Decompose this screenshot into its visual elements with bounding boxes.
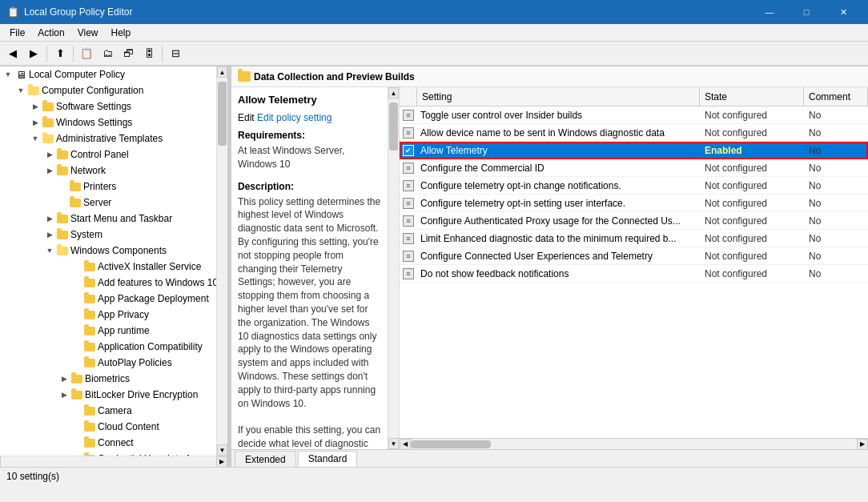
tree-item-software-settings[interactable]: ▶ Software Settings bbox=[0, 98, 216, 114]
toolbar-back[interactable]: ◀ bbox=[3, 44, 22, 63]
state-col-header[interactable]: State bbox=[700, 87, 804, 106]
setting-row-5[interactable]: ≡Configure telemetry opt-in setting user… bbox=[400, 195, 868, 212]
tree-item-printers[interactable]: Printers bbox=[0, 179, 216, 195]
toolbar-up[interactable]: ⬆ bbox=[50, 44, 70, 63]
setting-row-1[interactable]: ≡Allow device name to be sent in Windows… bbox=[400, 124, 868, 142]
tree-item-system[interactable]: ▶ System bbox=[0, 227, 216, 243]
desc-scroll-down[interactable]: ▼ bbox=[388, 438, 399, 449]
tree-label-cloud-content: Cloud Content bbox=[98, 421, 159, 432]
setting-icon-5: ≡ bbox=[403, 198, 414, 209]
tree-item-bitlocker[interactable]: ▶ BitLocker Drive Encryption bbox=[0, 387, 216, 403]
setting-state-6: Not configured bbox=[700, 215, 804, 227]
tree-item-add-features[interactable]: Add features to Windows 10 bbox=[0, 275, 216, 291]
setting-icon-7: ≡ bbox=[403, 233, 414, 244]
setting-row-4[interactable]: ≡Configure telemetry opt-in change notif… bbox=[400, 177, 868, 195]
toolbar-filter[interactable]: ⊟ bbox=[166, 44, 185, 63]
tree-item-cloud-content[interactable]: Cloud Content bbox=[0, 419, 216, 435]
tree-item-biometrics[interactable]: ▶ Biometrics bbox=[0, 371, 216, 387]
tree-label-autoplay: AutoPlay Policies bbox=[98, 357, 172, 368]
scroll-up-button[interactable]: ▲ bbox=[217, 66, 227, 78]
scroll-right-btn[interactable]: ▶ bbox=[857, 439, 868, 450]
status-bar: 10 setting(s) bbox=[0, 467, 868, 484]
setting-row-2[interactable]: ✔Allow TelemetryEnabledNo bbox=[400, 142, 868, 159]
tree-item-control-panel[interactable]: ▶ Control Panel bbox=[0, 147, 216, 163]
autoplay-icon bbox=[83, 356, 96, 369]
setting-icon-8: ≡ bbox=[403, 251, 414, 262]
tree-item-windows-components[interactable]: ▼ Windows Components bbox=[0, 243, 216, 259]
tree-h-scroll[interactable]: ▶ bbox=[0, 456, 227, 467]
settings-h-scrollbar[interactable]: ◀ ▶ bbox=[400, 438, 868, 449]
tree-scrollbar[interactable]: ▲ ▼ bbox=[216, 66, 227, 456]
minimize-button[interactable]: — bbox=[751, 0, 788, 24]
tree-item-start-menu[interactable]: ▶ Start Menu and Taskbar bbox=[0, 211, 216, 227]
tree-item-app-compat[interactable]: Application Compatibility bbox=[0, 339, 216, 355]
scroll-track[interactable] bbox=[217, 78, 227, 444]
expand-bitlocker: ▶ bbox=[58, 388, 70, 401]
setting-row-3[interactable]: ≡Configure the Commercial IDNot configur… bbox=[400, 159, 868, 177]
tree-item-app-package[interactable]: App Package Deployment bbox=[0, 291, 216, 307]
setting-name-5: Configure telemetry opt-in setting user … bbox=[417, 198, 700, 209]
scroll-thumb[interactable] bbox=[218, 82, 227, 146]
window-title: Local Group Policy Editor bbox=[24, 6, 751, 18]
network-icon bbox=[56, 164, 69, 177]
edit-policy-link[interactable]: Edit policy setting bbox=[257, 112, 332, 123]
setting-name-7: Limit Enhanced diagnostic data to the mi… bbox=[417, 233, 700, 244]
menu-file[interactable]: File bbox=[3, 26, 31, 40]
setting-state-8: Not configured bbox=[700, 251, 804, 262]
desc-scroll-up[interactable]: ▲ bbox=[388, 87, 399, 98]
toolbar-properties[interactable]: 🗂 bbox=[98, 44, 117, 63]
setting-col-header[interactable]: Setting bbox=[417, 87, 700, 106]
status-text: 10 setting(s) bbox=[6, 471, 59, 482]
setting-row-7[interactable]: ≡Limit Enhanced diagnostic data to the m… bbox=[400, 230, 868, 247]
tree-item-camera[interactable]: Camera bbox=[0, 403, 216, 419]
toolbar-forward[interactable]: ▶ bbox=[24, 44, 43, 63]
tree-item-computer-config[interactable]: ▼ Computer Configuration bbox=[0, 82, 216, 98]
tree-scroll-right[interactable]: ▶ bbox=[216, 456, 227, 468]
setting-comment-9: No bbox=[804, 268, 868, 279]
tree-item-autoplay[interactable]: AutoPlay Policies bbox=[0, 355, 216, 371]
tree-item-connect[interactable]: Connect bbox=[0, 435, 216, 451]
content-area: Allow Telemetry Edit Edit policy setting… bbox=[231, 87, 868, 449]
tab-standard[interactable]: Standard bbox=[298, 451, 358, 467]
expand-system: ▶ bbox=[43, 228, 56, 241]
tree-label-system: System bbox=[70, 229, 102, 240]
menu-action[interactable]: Action bbox=[31, 26, 70, 40]
setting-row-0[interactable]: ≡Toggle user control over Insider builds… bbox=[400, 106, 868, 124]
tree-item-app-runtime[interactable]: App runtime bbox=[0, 323, 216, 339]
h-scroll-track[interactable] bbox=[411, 439, 857, 449]
tree-item-root[interactable]: ▼ 🖥 Local Computer Policy bbox=[0, 66, 216, 82]
toolbar-show-hide-console[interactable]: 📋 bbox=[77, 44, 96, 63]
tree-item-network[interactable]: ▶ Network bbox=[0, 163, 216, 179]
desc-scroll-thumb[interactable] bbox=[389, 102, 398, 151]
connect-icon bbox=[83, 436, 96, 449]
tree-item-app-privacy[interactable]: App Privacy bbox=[0, 307, 216, 323]
scroll-down-button[interactable]: ▼ bbox=[217, 444, 227, 456]
tree-item-activex[interactable]: ActiveX Installer Service bbox=[0, 259, 216, 275]
maximize-button[interactable]: □ bbox=[788, 0, 825, 24]
tab-bar: Extended Standard bbox=[231, 449, 868, 467]
tree-item-windows-settings[interactable]: ▶ Windows Settings bbox=[0, 114, 216, 131]
comment-col-header[interactable]: Comment bbox=[804, 87, 868, 106]
setting-row-8[interactable]: ≡Configure Connected User Experiences an… bbox=[400, 247, 868, 265]
tree-item-server[interactable]: Server bbox=[0, 195, 216, 211]
close-button[interactable]: ✕ bbox=[825, 0, 862, 24]
toolbar-new-window[interactable]: 🗗 bbox=[119, 44, 138, 63]
breadcrumb-bar: Data Collection and Preview Builds bbox=[231, 66, 868, 87]
menu-help[interactable]: Help bbox=[105, 26, 138, 40]
toolbar-customize[interactable]: 🎛 bbox=[139, 44, 159, 63]
setting-icon-9: ≡ bbox=[403, 268, 414, 279]
main-container: ▼ 🖥 Local Computer Policy ▼ Computer Con… bbox=[0, 66, 868, 467]
setting-row-9[interactable]: ≡Do not show feedback notificationsNot c… bbox=[400, 265, 868, 283]
tab-extended[interactable]: Extended bbox=[235, 451, 296, 467]
h-scroll-thumb[interactable] bbox=[411, 440, 491, 448]
setting-row-6[interactable]: ≡Configure Authenticated Proxy usage for… bbox=[400, 212, 868, 230]
tree-label-add-features: Add features to Windows 10 bbox=[98, 277, 216, 288]
desc-scroll-track[interactable] bbox=[388, 98, 399, 438]
menu-view[interactable]: View bbox=[71, 26, 105, 40]
scroll-left-btn[interactable]: ◀ bbox=[400, 439, 411, 450]
tree-label-control-panel: Control Panel bbox=[70, 149, 129, 160]
desc-scrollbar[interactable]: ▲ ▼ bbox=[388, 87, 399, 449]
requirements-text: At least Windows Server, Windows 10 bbox=[238, 144, 381, 171]
toolbar: ◀ ▶ ⬆ 📋 🗂 🗗 🎛 ⊟ bbox=[0, 42, 868, 66]
tree-item-admin-templates[interactable]: ▼ Administrative Templates bbox=[0, 131, 216, 147]
